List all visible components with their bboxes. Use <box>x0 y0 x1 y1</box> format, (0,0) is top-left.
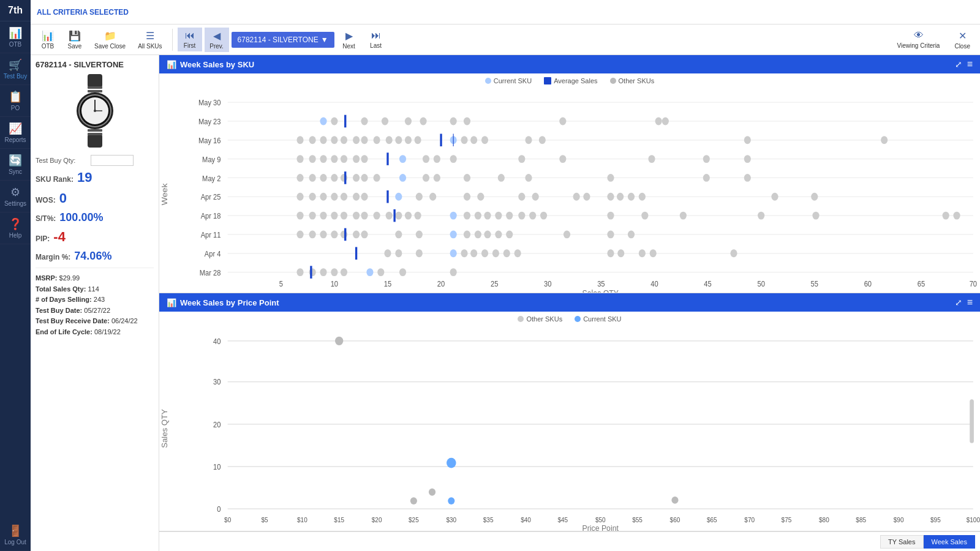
sidebar-item-logout[interactable]: 🚪 Log Out <box>0 519 31 551</box>
toolbar-right: 👁 Viewing Criteria ✕ Close <box>892 28 975 52</box>
svg-point-100 <box>744 155 751 163</box>
sidebar-item-help-label: Help <box>9 232 22 239</box>
chart2-current-sku-dot <box>575 316 581 322</box>
svg-text:5: 5 <box>279 279 283 288</box>
sidebar-item-otb[interactable]: 📊 OTB <box>0 21 31 53</box>
sidebar-item-po[interactable]: 📋 PO <box>0 85 31 117</box>
po-icon: 📋 <box>9 90 22 103</box>
chart2-title: 📊 Week Sales by Price Point <box>167 298 279 307</box>
sidebar-item-reports[interactable]: 📈 Reports <box>0 117 31 149</box>
svg-point-64 <box>331 136 337 144</box>
pip-row: PIP: -4 <box>36 229 154 245</box>
svg-point-52 <box>382 118 388 126</box>
svg-point-104 <box>331 174 337 182</box>
chart1-expand-icon[interactable]: ⤢ <box>955 59 962 69</box>
svg-point-76 <box>461 136 467 144</box>
chart1-menu-icon[interactable]: ≡ <box>967 59 973 70</box>
svg-text:$5: $5 <box>261 516 268 523</box>
otb-button-label: OTB <box>42 43 55 50</box>
svg-point-189 <box>564 231 570 239</box>
svg-point-120 <box>309 193 316 201</box>
svg-point-101 <box>296 174 303 182</box>
top-bar: ALL CRITERIA SELECTED <box>31 0 980 24</box>
svg-point-55 <box>420 118 426 126</box>
sidebar-item-sync[interactable]: 🔄 Sync <box>0 149 31 181</box>
last-button[interactable]: ⏭ Last <box>364 28 388 51</box>
svg-text:$70: $70 <box>744 516 755 523</box>
svg-point-148 <box>361 212 368 220</box>
chart2-container: 📊 Week Sales by Price Point ⤢ ≡ Other SK… <box>159 293 980 531</box>
svg-point-187 <box>495 231 502 239</box>
sku-title: 6782114 - SILVERTONE <box>36 60 154 69</box>
svg-point-113 <box>464 174 470 182</box>
legend-other-skus: Other SKUs <box>610 77 655 84</box>
svg-text:0: 0 <box>217 506 221 513</box>
svg-point-50 <box>331 118 337 126</box>
sidebar-item-po-label: PO <box>11 105 20 111</box>
svg-point-150 <box>386 212 393 220</box>
chart2-menu-icon[interactable]: ≡ <box>967 297 973 308</box>
save-close-icon: 📁 <box>104 30 116 42</box>
svg-point-146 <box>341 212 347 220</box>
chart2-other-skus-label: Other SKUs <box>526 315 562 323</box>
next-button[interactable]: ▶ Next <box>337 28 361 52</box>
svg-point-212 <box>341 268 347 276</box>
sidebar-item-settings[interactable]: ⚙ Settings <box>0 181 31 212</box>
svg-rect-10 <box>88 90 102 92</box>
svg-point-116 <box>607 174 614 182</box>
sidebar-item-help[interactable]: ❓ Help <box>0 212 31 244</box>
prev-button[interactable]: ◀ Prev. <box>205 28 229 52</box>
svg-point-110 <box>399 174 406 182</box>
ty-sales-tab[interactable]: TY Sales <box>880 535 923 549</box>
svg-point-147 <box>353 212 360 220</box>
save-close-button[interactable]: 📁 Save Close <box>89 28 130 52</box>
chart2-expand-icon[interactable]: ⤢ <box>955 298 962 307</box>
svg-text:$40: $40 <box>521 516 531 523</box>
svg-point-94 <box>434 155 440 163</box>
test-buy-qty-input[interactable] <box>91 155 134 166</box>
svg-point-176 <box>331 231 337 239</box>
chart1-legend: Current SKU Average Sales Other SKUs <box>159 73 980 88</box>
svg-text:$55: $55 <box>632 516 643 523</box>
charts-area: 📊 Week Sales by SKU ⤢ ≡ Current SKU <box>159 55 980 551</box>
svg-point-138 <box>628 193 635 201</box>
save-button[interactable]: 💾 Save <box>62 28 87 52</box>
legend-current-sku-dot <box>485 78 491 84</box>
legend-current-sku-label: Current SKU <box>494 77 532 84</box>
svg-point-198 <box>470 249 477 257</box>
svg-point-214 <box>366 268 373 276</box>
sku-selector-button[interactable]: 6782114 - SILVERTONE ▼ <box>232 32 334 48</box>
all-skus-icon: ☰ <box>146 30 154 42</box>
svg-point-196 <box>450 249 457 257</box>
all-skus-button[interactable]: ☰ All SKUs <box>133 28 167 52</box>
svg-point-209 <box>309 268 316 276</box>
svg-point-82 <box>881 136 888 144</box>
svg-point-53 <box>405 118 412 126</box>
svg-point-56 <box>450 118 457 126</box>
first-button[interactable]: ⏮ First <box>178 28 202 51</box>
svg-text:20: 20 <box>213 421 221 428</box>
svg-point-97 <box>559 155 566 163</box>
test-buy-date-label: Test Buy Date: <box>36 307 82 314</box>
content-area: 6782114 - SILVERTONE <box>31 55 980 551</box>
chart2-header-right: ⤢ ≡ <box>955 297 973 308</box>
svg-point-117 <box>703 174 710 182</box>
svg-text:40: 40 <box>213 337 221 345</box>
msrp-value: $29.99 <box>59 274 80 282</box>
week-sales-tab[interactable]: Week Sales <box>924 535 976 549</box>
svg-point-66 <box>353 136 360 144</box>
svg-text:20: 20 <box>437 279 445 288</box>
svg-point-193 <box>395 249 402 257</box>
svg-point-215 <box>377 268 384 276</box>
svg-point-205 <box>639 249 646 257</box>
viewing-criteria-button[interactable]: 👁 Viewing Criteria <box>892 28 945 51</box>
sidebar-item-test-buy[interactable]: 🛒 Test Buy <box>0 53 31 85</box>
last-icon: ⏭ <box>371 30 381 41</box>
otb-button[interactable]: 📊 OTB <box>36 28 60 52</box>
sku-rank-label: SKU Rank: <box>36 175 74 184</box>
svg-text:10: 10 <box>331 279 339 288</box>
close-button[interactable]: ✕ Close <box>949 28 975 52</box>
svg-point-122 <box>331 193 337 201</box>
svg-rect-9 <box>88 86 102 89</box>
svg-point-252 <box>410 497 417 504</box>
